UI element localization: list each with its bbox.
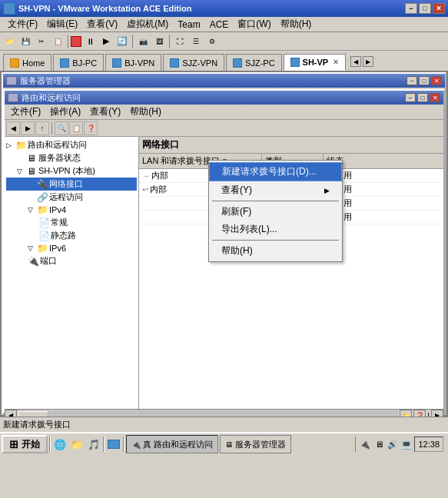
rt-minimize[interactable]: − [405, 93, 416, 102]
sm-close[interactable]: ✕ [431, 76, 442, 85]
tab-sh-vp[interactable]: SH-VP ✕ [284, 54, 347, 71]
rt-tb-1[interactable]: ◀ [6, 121, 20, 135]
menu-vm[interactable]: 虚拟机(M) [122, 16, 173, 32]
rm-action[interactable]: 操作(A) [45, 104, 85, 120]
menu-team[interactable]: Team [173, 18, 204, 32]
row0-icon: → [142, 171, 150, 180]
status-text: 新建请求拨号接口 [3, 419, 71, 430]
tree-label-static: 静态路 [51, 230, 76, 241]
quicklaunch-media[interactable]: 🎵 [86, 437, 101, 452]
ctx-help[interactable]: 帮助(H) [209, 242, 342, 260]
maximize-button[interactable]: □ [419, 3, 431, 14]
vmware-toolbar: 📁 💾 ✂ 📋 ⏸ ▶ 🔄 📷 🖼 ⛶ ☰ ⚙ [0, 32, 448, 51]
tb-power-pause[interactable]: ⏸ [82, 34, 98, 49]
tab-nav-btns: ◀ ▶ [350, 56, 373, 67]
title-bar: SH-VPN - VMware Workstation ACE Edition … [0, 0, 448, 17]
rt-tb-2[interactable]: ▶ [21, 121, 35, 135]
menu-file[interactable]: 文件(F) [3, 16, 42, 32]
tab-home-label: Home [22, 58, 45, 68]
ctx-new-dial-label: 新建请求拨号接口(D)... [222, 166, 317, 177]
rt-close[interactable]: ✕ [430, 93, 440, 102]
tree-expand-7: ▽ [28, 244, 37, 252]
tree-item-static[interactable]: 📄 静态路 [6, 229, 137, 242]
tab-next-btn[interactable]: ▶ [363, 56, 373, 67]
rm-view[interactable]: 查看(Y) [85, 104, 125, 120]
tb-snapshot-2[interactable]: 🖼 [151, 34, 167, 49]
menu-edit[interactable]: 编辑(E) [42, 16, 82, 32]
rt-tb-3[interactable]: ↑ [35, 121, 49, 135]
tb-icon-4[interactable]: 📋 [50, 34, 65, 49]
tree-icon-remote: 🔗 [37, 192, 48, 203]
menu-windows[interactable]: 窗口(W) [233, 16, 275, 32]
tree-panel: ▷ 📁 路由和远程访问 🖥 服务器状态 ▽ 🖥 SH-VPN (本地) [5, 137, 139, 409]
ctx-new-dial[interactable]: 新建请求拨号接口(D)... [209, 162, 342, 181]
rm-help[interactable]: 帮助(H) [125, 104, 166, 120]
ctx-view-label: 查看(Y) [221, 184, 252, 197]
scroll-help-icon[interactable]: ❓ [413, 410, 426, 417]
tab-prev-btn[interactable]: ◀ [350, 56, 361, 67]
taskbar-sep-3 [123, 437, 124, 452]
tree-item-general[interactable]: 📄 常规 [6, 216, 137, 229]
routing-title-text: 路由和远程访问 [22, 92, 81, 104]
tree-item-remote[interactable]: 🔗 远程访问 [6, 191, 137, 204]
tab-bj-pc[interactable]: BJ-PC [53, 54, 104, 71]
row0-name: 内部 [151, 170, 168, 181]
tab-sjz-vpn[interactable]: SJZ-VPN [163, 54, 224, 71]
tb-icon-2[interactable]: 💾 [18, 34, 33, 49]
start-button[interactable]: ⊞ 开始 [2, 435, 48, 453]
taskbar-routing-btn[interactable]: 🔌 真 路由和远程访问 [126, 435, 218, 453]
tb-icon-1[interactable]: 📁 [2, 34, 17, 49]
tb-snapshot[interactable]: 📷 [135, 34, 151, 49]
row1-name: 内部 [150, 184, 167, 195]
sjz-pc-icon [233, 58, 242, 68]
rt-tb-5[interactable]: 📋 [69, 121, 83, 135]
tb-power-play[interactable]: ▶ [98, 34, 114, 49]
rt-tb-4[interactable]: 🔍 [55, 121, 68, 135]
scroll-thumb[interactable] [18, 411, 48, 417]
scroll-left-btn[interactable]: ◀ [5, 410, 17, 417]
minimize-button[interactable]: − [405, 3, 417, 14]
tree-item-ipv4[interactable]: ▽ 📁 IPv4 [6, 204, 137, 216]
tray-display: 🖥 [373, 438, 385, 450]
tb-settings[interactable]: ⚙ [204, 34, 220, 49]
tab-bj-vpn[interactable]: BJ-VPN [105, 54, 161, 71]
tree-item-shvpn[interactable]: ▽ 🖥 SH-VPN (本地) [6, 164, 137, 178]
taskbar-server-btn[interactable]: 🖥 服务器管理器 [220, 435, 291, 453]
tree-item-port[interactable]: 🔌 端口 [6, 254, 137, 267]
menu-ace[interactable]: ACE [205, 18, 234, 32]
tree-label-remote: 远程访问 [49, 191, 83, 203]
tb-unity[interactable]: ☰ [188, 34, 204, 49]
quicklaunch-folder[interactable]: 📁 [69, 437, 85, 452]
rm-file[interactable]: 文件(F) [6, 104, 45, 120]
tb-fullscreen[interactable]: ⛶ [172, 34, 187, 49]
tb-refresh[interactable]: 🔄 [114, 34, 130, 49]
taskbar-server-icon: 🖥 [225, 440, 233, 449]
sm-maximize[interactable]: □ [419, 76, 430, 85]
rt-maximize[interactable]: □ [417, 93, 428, 102]
tb-power-stop[interactable] [71, 36, 81, 47]
tab-home[interactable]: Home [3, 54, 51, 71]
tree-item-routing[interactable]: ▷ 📁 路由和远程访问 [6, 138, 137, 151]
tb-icon-3[interactable]: ✂ [34, 34, 49, 49]
tree-item-server-status[interactable]: 🖥 服务器状态 [6, 151, 137, 164]
tab-sjz-pc[interactable]: SJZ-PC [226, 54, 282, 71]
tb-separator-1 [68, 35, 68, 48]
menu-view[interactable]: 查看(V) [82, 16, 122, 32]
tab-sh-vp-label: SH-VP [303, 58, 329, 67]
sm-minimize[interactable]: − [407, 76, 417, 85]
routing-toolbar: ◀ ▶ ↑ 🔍 📋 ❓ [5, 120, 443, 137]
ctx-view[interactable]: 查看(Y) ▶ [209, 181, 342, 199]
rt-tb-6[interactable]: ❓ [84, 121, 98, 135]
tree-item-ipv6[interactable]: ▽ 📁 IPv6 [6, 242, 137, 254]
close-button[interactable]: ✕ [433, 3, 445, 14]
ctx-export[interactable]: 导出列表(L)... [209, 221, 342, 238]
scroll-right-btn[interactable]: ▶ [431, 410, 443, 417]
menu-help[interactable]: 帮助(H) [276, 16, 317, 32]
bj-pc-icon [60, 58, 69, 68]
tree-item-network[interactable]: 🔌 网络接口 [6, 178, 137, 191]
tab-sjz-vpn-label: SJZ-VPN [182, 58, 217, 68]
quicklaunch-ie[interactable]: 🌐 [52, 437, 68, 452]
tree-expand-1: ▷ [6, 141, 15, 149]
ctx-refresh[interactable]: 刷新(F) [209, 203, 342, 221]
sh-vp-icon [290, 58, 300, 67]
